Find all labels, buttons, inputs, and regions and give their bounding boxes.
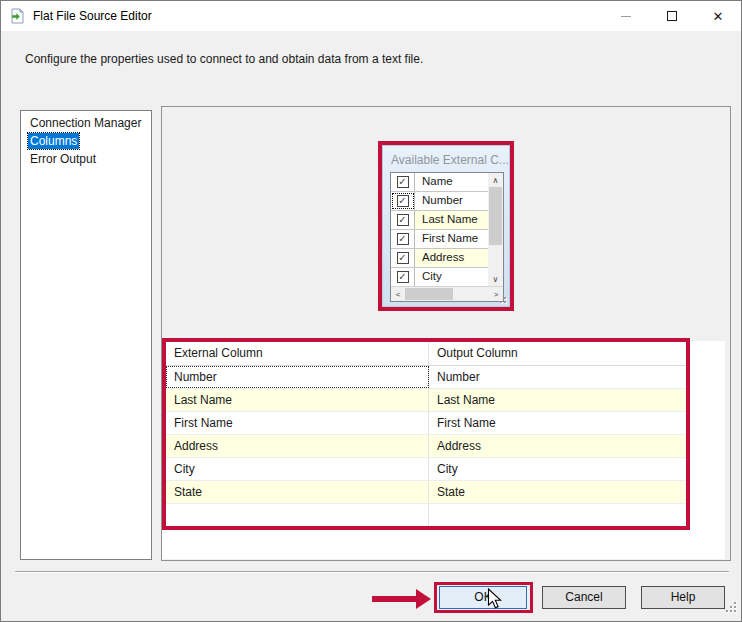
window-resize-grip[interactable] — [723, 599, 739, 615]
help-button[interactable]: Help — [641, 586, 725, 609]
footer-separator — [15, 571, 729, 573]
header-output-column[interactable]: Output Column — [429, 342, 686, 365]
close-icon: ✕ — [713, 10, 724, 23]
vertical-scrollbar-thumb[interactable] — [489, 187, 502, 245]
checkbox-icon: ✓ — [397, 176, 409, 188]
checkbox-icon: ✓ — [397, 195, 409, 207]
checkbox-first-name[interactable]: ✓ — [391, 230, 415, 248]
list-item[interactable]: ✓ Last Name — [391, 211, 488, 230]
pages-list: Connection Manager Columns Error Output — [20, 110, 152, 560]
flat-file-source-icon — [9, 8, 26, 25]
scroll-down-icon[interactable]: ∨ — [488, 272, 503, 286]
list-item[interactable]: ✓ First Name — [391, 230, 488, 249]
checkbox-number[interactable]: ✓ — [391, 192, 415, 210]
table-row[interactable]: City City — [166, 458, 686, 481]
checkbox-icon: ✓ — [397, 252, 409, 264]
table-row[interactable]: State State — [166, 481, 686, 504]
horizontal-scrollbar-thumb[interactable] — [405, 288, 453, 300]
vertical-scrollbar[interactable]: ∧ ∨ — [488, 173, 503, 286]
mapping-table-annotation-box: External Column Output Column Number Num… — [162, 338, 690, 530]
maximize-button[interactable] — [649, 1, 695, 31]
checkbox-last-name[interactable]: ✓ — [391, 211, 415, 229]
nav-item-columns[interactable]: Columns — [21, 132, 151, 150]
scroll-left-icon[interactable]: < — [391, 287, 405, 301]
checkbox-address[interactable]: ✓ — [391, 249, 415, 267]
ok-button[interactable]: OK — [439, 586, 527, 609]
list-item[interactable]: ✓ City — [391, 268, 488, 286]
available-columns-title: Available External C... — [391, 153, 509, 167]
header-external-column[interactable]: External Column — [166, 342, 429, 365]
minimize-icon — [621, 16, 631, 17]
table-header-row: External Column Output Column — [166, 342, 686, 366]
caption-buttons: ✕ — [603, 1, 741, 31]
annotation-arrow-head — [416, 589, 431, 609]
available-columns-rows: ✓ Name ✓ Number ✓ Last Name ✓ First Name… — [391, 173, 488, 286]
maximize-icon — [667, 11, 677, 21]
cancel-button[interactable]: Cancel — [542, 586, 626, 609]
title-bar: Flat File Source Editor ✕ — [1, 1, 741, 31]
table-row[interactable]: Number Number — [166, 366, 686, 389]
dialog-description: Configure the properties used to connect… — [25, 52, 423, 66]
minimize-button[interactable] — [603, 1, 649, 31]
nav-item-error-output[interactable]: Error Output — [21, 150, 151, 168]
list-item[interactable]: ✓ Address — [391, 249, 488, 268]
checkbox-icon: ✓ — [397, 271, 409, 283]
column-mapping-table: External Column Output Column Number Num… — [166, 342, 686, 526]
available-external-columns-window: Available External C... ✓ Name ✓ Number … — [382, 145, 510, 307]
close-button[interactable]: ✕ — [695, 1, 741, 31]
checkbox-name[interactable]: ✓ — [391, 173, 415, 191]
scroll-up-icon[interactable]: ∧ — [488, 173, 503, 187]
checkbox-city[interactable]: ✓ — [391, 268, 415, 286]
mini-resize-grip[interactable] — [498, 295, 508, 305]
table-row[interactable]: Last Name Last Name — [166, 389, 686, 412]
horizontal-scrollbar[interactable]: < > — [391, 286, 503, 301]
list-item[interactable]: ✓ Name — [391, 173, 488, 192]
annotation-arrow — [372, 596, 418, 602]
table-row[interactable]: Address Address — [166, 435, 686, 458]
nav-item-connection-manager[interactable]: Connection Manager — [21, 114, 151, 132]
flat-file-source-editor-dialog: Flat File Source Editor ✕ Configure the … — [0, 0, 742, 622]
table-row-empty[interactable] — [166, 504, 686, 526]
checkbox-icon: ✓ — [397, 214, 409, 226]
mouse-cursor-icon — [487, 588, 502, 610]
table-row[interactable]: First Name First Name — [166, 412, 686, 435]
window-title: Flat File Source Editor — [33, 9, 152, 23]
checkbox-icon: ✓ — [397, 233, 409, 245]
available-columns-list: ✓ Name ✓ Number ✓ Last Name ✓ First Name… — [390, 172, 504, 302]
list-item[interactable]: ✓ Number — [391, 192, 488, 211]
